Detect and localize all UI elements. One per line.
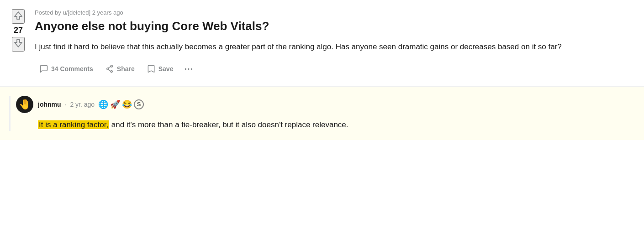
downvote-icon: [13, 38, 24, 49]
post-title: Anyone else not buying Core Web Vitals?: [35, 19, 630, 34]
comment-dot: ·: [65, 101, 67, 108]
save-icon: [147, 64, 156, 73]
more-label: ···: [184, 64, 193, 74]
comment-body: It is a ranking factor, and it's more th…: [16, 119, 630, 131]
badge-rocket: 🚀: [110, 99, 120, 109]
post-content: Posted by u/[deleted] 2 years ago Anyone…: [35, 9, 630, 77]
more-button[interactable]: ···: [180, 61, 197, 77]
comment-layout: 🤚 johnmu · 2 yr. ago 🌐 🚀 😂 S It is a ran…: [9, 96, 630, 131]
comment-body-rest: and it's more than a tie-breaker, but it…: [109, 120, 348, 129]
vote-count: 27: [14, 25, 23, 36]
save-label: Save: [158, 65, 174, 72]
downvote-button[interactable]: [12, 37, 25, 52]
comment-highlighted-text: It is a ranking factor,: [38, 120, 109, 129]
comments-button[interactable]: 34 Comments: [35, 62, 98, 76]
comment-meta: johnmu · 2 yr. ago 🌐 🚀 😂 S: [38, 99, 144, 109]
post-container: 27 Posted by u/[deleted] 2 years ago Any…: [0, 0, 644, 87]
badge-globe: 🌐: [98, 99, 108, 109]
svg-point-2: [107, 68, 109, 70]
svg-point-0: [111, 66, 112, 67]
upvote-icon: [13, 10, 24, 21]
comment-time: 2 yr. ago: [70, 101, 95, 108]
post-body: I just find it hard to believe that this…: [35, 41, 630, 53]
share-icon: [105, 64, 114, 73]
badge-laugh: 😂: [122, 99, 132, 109]
upvote-button[interactable]: [12, 9, 25, 24]
avatar: 🤚: [16, 96, 33, 113]
comment-section: 🤚 johnmu · 2 yr. ago 🌐 🚀 😂 S It is a ran…: [0, 87, 644, 140]
post-layout: 27 Posted by u/[deleted] 2 years ago Any…: [9, 9, 630, 77]
share-button[interactable]: Share: [100, 62, 139, 76]
post-actions: 34 Comments Share Sa: [35, 61, 630, 77]
comment-bar: [9, 96, 11, 131]
comment-header: 🤚 johnmu · 2 yr. ago 🌐 🚀 😂 S: [16, 96, 630, 113]
svg-point-1: [111, 71, 112, 72]
comments-label: 34 Comments: [51, 65, 93, 72]
share-label: Share: [117, 65, 135, 72]
save-button[interactable]: Save: [142, 62, 178, 76]
comment-badges: 🌐 🚀 😂 S: [98, 99, 144, 109]
vote-column: 27: [9, 9, 27, 52]
comment-author: johnmu: [38, 101, 61, 108]
comments-icon: [39, 64, 48, 73]
badge-s: S: [134, 99, 144, 109]
post-meta: Posted by u/[deleted] 2 years ago: [35, 9, 630, 16]
comment-inner: 🤚 johnmu · 2 yr. ago 🌐 🚀 😂 S It is a ran…: [16, 96, 630, 131]
